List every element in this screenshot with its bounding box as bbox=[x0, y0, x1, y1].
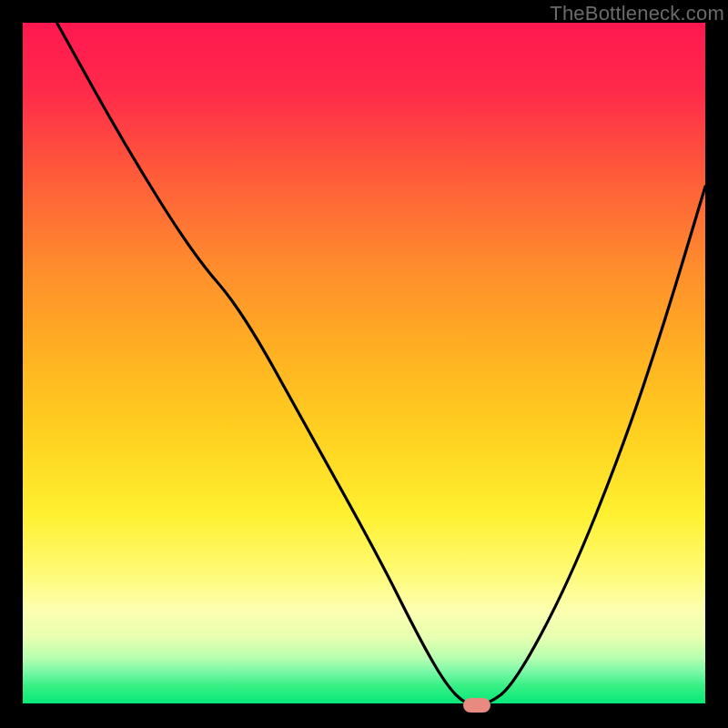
curve-svg bbox=[23, 23, 705, 705]
bottleneck-curve bbox=[57, 23, 706, 705]
optimal-point-marker bbox=[463, 698, 490, 713]
chart-area bbox=[23, 23, 705, 705]
